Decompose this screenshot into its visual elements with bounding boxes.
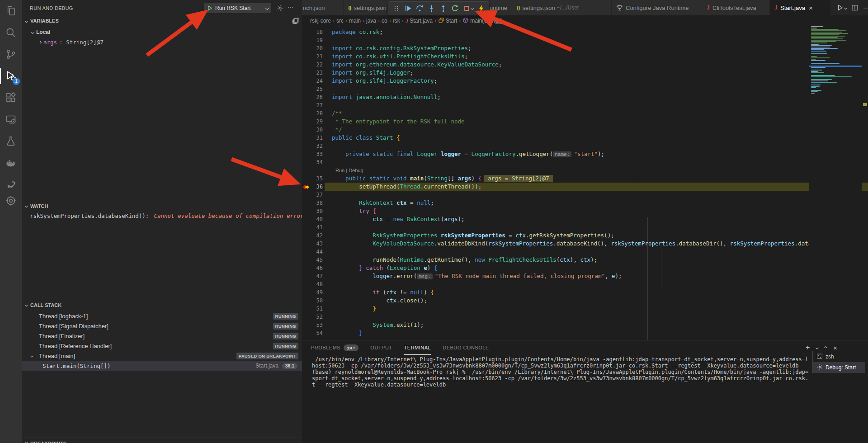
breakpoint-gutter[interactable] [302, 199, 310, 207]
code-line-38[interactable]: 38 RskContext ctx = null; [302, 199, 868, 207]
activity-remote-explorer-icon[interactable] [0, 108, 22, 130]
breakpoint-gutter[interactable] [302, 313, 310, 321]
code-line-46[interactable]: 46 } catch (Exception e) { [302, 264, 868, 272]
breadcrumb-start[interactable]: Start [438, 17, 457, 25]
activity-search-icon[interactable] [0, 22, 22, 43]
breakpoint-gutter[interactable] [302, 93, 310, 101]
panel-tab-output[interactable]: OUTPUT [370, 340, 392, 355]
panel-tab-terminal[interactable]: TERMINAL [404, 340, 431, 355]
restart-button[interactable] [449, 3, 461, 14]
breakpoint-gutter[interactable] [302, 126, 310, 134]
stacked-editors-icon[interactable] [292, 17, 300, 24]
code-line-49[interactable]: 49 if (ctx != null) { [302, 288, 868, 297]
breadcrumb-main-string-[interactable]: main(String[]) [462, 17, 503, 25]
breakpoint-gutter[interactable] [302, 142, 310, 150]
variables-scope-local[interactable]: Local [22, 27, 302, 37]
breakpoint-gutter[interactable] [302, 118, 310, 126]
breakpoint-gutter[interactable] [302, 256, 310, 264]
breakpoint-gutter[interactable] [302, 223, 310, 231]
breadcrumb-rsk[interactable]: rsk [393, 18, 400, 24]
activity-testing-icon[interactable] [0, 130, 22, 152]
breakpoint-gutter[interactable] [302, 166, 310, 174]
breakpoint-gutter[interactable] [302, 248, 310, 256]
code-line-48[interactable]: 48 [302, 280, 868, 288]
code-line-26[interactable]: 26import javax.annotation.Nonnull; [302, 93, 868, 101]
activity-extensions-icon[interactable] [0, 87, 22, 108]
activity-manage-icon[interactable] [0, 195, 22, 207]
breakpoint-gutter[interactable] [302, 134, 310, 142]
breakpoint-gutter[interactable] [302, 36, 310, 44]
variable-args[interactable]: args: String[2]@7 [22, 37, 302, 47]
run-config-dropdown[interactable]: Run RSK Start [204, 3, 271, 13]
code-line-53[interactable]: 53 System.exit(1); [302, 321, 868, 329]
code-line-32[interactable]: 32 [302, 142, 868, 150]
breakpoint-gutter[interactable] [302, 191, 310, 199]
breakpoint-gutter[interactable] [302, 215, 310, 223]
code-editor[interactable]: 17 */18package co.rsk;1920import co.rsk.… [302, 26, 868, 340]
breakpoint-gutter[interactable] [302, 305, 310, 313]
codelens-row[interactable]: Run | Debug [302, 166, 868, 174]
breakpoint-gutter[interactable] [302, 272, 310, 280]
tab-settings-json[interactable]: {}settings.json~/.../User [512, 0, 612, 15]
breakpoint-gutter[interactable] [302, 52, 310, 61]
terminal-output[interactable]: /usr/bin/env /Library/Internet\ Plug-Ins… [312, 356, 809, 388]
breakpoint-gutter[interactable] [302, 207, 310, 215]
tab-settings-json[interactable]: {}settings.json [344, 0, 394, 15]
code-line-30[interactable]: 30 */ [302, 126, 868, 134]
more-actions-icon[interactable]: ⋯ [863, 4, 868, 11]
hot-code-replace-button[interactable] [475, 3, 487, 14]
breakpoint-gutter[interactable] [302, 288, 310, 297]
code-line-34[interactable]: 34 [302, 158, 868, 166]
code-line-29[interactable]: 29 * The entrypoint for the RSK full nod… [302, 118, 868, 126]
code-line-44[interactable]: 44 [302, 248, 868, 256]
code-line-31[interactable]: 31public class Start { [302, 134, 868, 142]
breakpoint-gutter[interactable] [302, 231, 310, 240]
call-stack-section-header[interactable]: CALL STACK [22, 300, 302, 310]
maximize-panel-icon[interactable] [825, 347, 827, 349]
tab-nch-json[interactable]: nch.json [302, 0, 344, 15]
code-line-42[interactable]: 42 RskSystemProperties rskSystemProperti… [302, 231, 868, 240]
activity-source-control-icon[interactable] [0, 43, 22, 65]
breakpoint-gutter[interactable] [302, 297, 310, 305]
activity-run-and-debug-icon[interactable]: 1 [0, 65, 22, 87]
code-line-36[interactable]: 36 setUpThread(Thread.currentThread()); [302, 183, 868, 191]
new-terminal-icon[interactable]: + [806, 344, 810, 352]
breadcrumb-src[interactable]: src [336, 18, 344, 24]
code-line-35[interactable]: 35 public static void main(String[] args… [302, 174, 868, 183]
tab-configure-java-runtime[interactable]: Configure Java Runtime [612, 0, 702, 15]
breakpoint-gutter[interactable] [302, 28, 310, 36]
split-editor-icon[interactable] [851, 4, 859, 11]
code-line-41[interactable]: 41 [302, 223, 868, 231]
thread-thread-reference-handler-[interactable]: Thread [Reference Handler]RUNNING [22, 341, 302, 351]
panel-tab-debug-console[interactable]: DEBUG CONSOLE [443, 340, 489, 355]
breakpoint-paused-icon[interactable] [302, 183, 310, 191]
variables-section-header[interactable]: VARIABLES [22, 16, 302, 26]
breakpoint-gutter[interactable] [302, 280, 310, 288]
code-line-50[interactable]: 50 ctx.close(); [302, 297, 868, 305]
breakpoint-gutter[interactable] [302, 101, 310, 109]
breadcrumb-java[interactable]: java [366, 18, 376, 24]
breakpoints-section-header[interactable]: BREAKPOINTS [22, 438, 302, 443]
code-line-45[interactable]: 45 runNode(Runtime.getRuntime(), new Pre… [302, 256, 868, 264]
thread-thread-finalizer-[interactable]: Thread [Finalizer]RUNNING [22, 331, 302, 341]
activity-gradle-icon[interactable] [0, 174, 22, 195]
activity-explorer-icon[interactable] [0, 0, 22, 22]
run-file-button[interactable] [836, 4, 847, 11]
activity-docker-icon[interactable] [0, 152, 22, 174]
step-over-button[interactable] [414, 3, 425, 14]
breakpoint-gutter[interactable] [302, 264, 310, 272]
tab-clitoolstest-java[interactable]: JCliToolsTest.java [702, 0, 770, 15]
watch-section-header[interactable]: WATCH [22, 201, 302, 211]
code-line-22[interactable]: 22import org.ethereum.datasource.KeyValu… [302, 61, 868, 69]
minimap[interactable] [809, 26, 862, 340]
tab-start-java[interactable]: JStart.java× [770, 0, 831, 15]
close-panel-icon[interactable]: × [833, 344, 837, 352]
breadcrumb-main[interactable]: main [349, 18, 361, 24]
step-into-button[interactable] [425, 3, 437, 14]
breakpoint-gutter[interactable] [302, 44, 310, 52]
code-line-54[interactable]: 54 } [302, 329, 868, 337]
breakpoint-gutter[interactable] [302, 150, 310, 158]
close-icon[interactable]: × [809, 4, 813, 12]
breakpoint-gutter[interactable] [302, 158, 310, 166]
stack-frame-start-main[interactable]: Start.main(String[]) Start.java 36:1 [22, 361, 302, 371]
